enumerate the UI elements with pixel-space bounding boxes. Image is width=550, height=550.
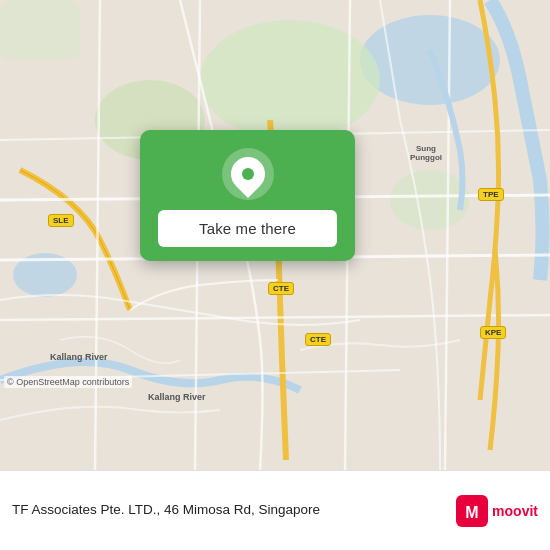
svg-text:M: M	[465, 504, 478, 521]
svg-point-1	[360, 15, 500, 105]
kallang-river-label-1: Kallang River	[50, 352, 108, 362]
location-popup: Take me there	[140, 130, 355, 261]
place-name: TF Associates Pte. LTD., 46 Mimosa Rd, S…	[12, 501, 446, 520]
map-attribution: © OpenStreetMap contributors	[4, 376, 132, 388]
pin-dot	[242, 168, 254, 180]
sungei-label: SungPunggol	[410, 145, 442, 163]
take-me-there-button[interactable]: Take me there	[158, 210, 337, 247]
tpe-badge: TPE	[478, 188, 504, 201]
svg-point-3	[200, 20, 380, 140]
moovit-text: moovit	[492, 503, 538, 519]
pin-shape	[223, 150, 271, 198]
map-container: SLE CTE CTE TPE KPE SungPunggol Kallang …	[0, 0, 550, 470]
sle-badge: SLE	[48, 214, 74, 227]
cte-badge-2: CTE	[305, 333, 331, 346]
cte-badge-1: CTE	[268, 282, 294, 295]
moovit-icon: M	[456, 495, 488, 527]
svg-point-5	[390, 170, 470, 230]
kallang-river-label-2: Kallang River	[148, 392, 206, 402]
map-pin	[222, 148, 274, 200]
bottom-bar: TF Associates Pte. LTD., 46 Mimosa Rd, S…	[0, 470, 550, 550]
kpe-badge: KPE	[480, 326, 506, 339]
moovit-logo: M moovit	[456, 495, 538, 527]
svg-rect-6	[0, 0, 80, 60]
